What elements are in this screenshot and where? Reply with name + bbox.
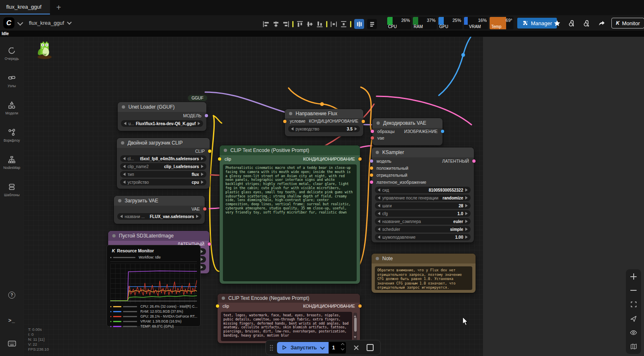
prev-arrow-icon[interactable] (378, 212, 380, 215)
new-tab-button[interactable]: + (54, 2, 64, 12)
star-icon[interactable] (554, 20, 561, 27)
collapse-dot[interactable] (376, 257, 379, 260)
pan-mode-button[interactable] (630, 315, 637, 322)
widget-type[interactable]: типflux (120, 171, 206, 178)
stretch-horizontal-icon[interactable] (330, 21, 337, 28)
output-port-vae[interactable] (203, 207, 206, 211)
drag-handle[interactable] (270, 344, 273, 351)
input-port-clip[interactable] (218, 157, 221, 161)
widget-vae-name[interactable]: названи ...FLUX_vae.safetensors (117, 213, 201, 220)
collapse-dot[interactable] (376, 151, 379, 154)
node-negative-prompt[interactable]: CLIP Text Encode (Negative Prompt) clipК… (218, 294, 360, 343)
chevron-down-icon[interactable] (320, 345, 324, 349)
widget-denoise[interactable]: шумоподавление1.00 (375, 234, 471, 240)
sidebar-item-nodesmap[interactable]: NodesMap (0, 149, 24, 176)
next-arrow-icon[interactable] (201, 180, 204, 184)
minimap-button[interactable] (630, 343, 637, 350)
align-right-icon[interactable] (282, 21, 289, 28)
widget-clip-name1[interactable]: cl...t5xxl_fp8_e4m3fn.safetensors (120, 155, 206, 162)
widget-clip-name2[interactable]: clip_name2clip_l.safetensors (120, 163, 206, 170)
scroll-up-icon[interactable] (354, 314, 356, 317)
vacuum-plus-icon[interactable] (583, 20, 590, 27)
widget-seed[interactable]: сид810059300552322 (375, 187, 471, 193)
terminal-button[interactable] (0, 316, 24, 324)
prev-arrow-icon[interactable] (378, 204, 380, 207)
prev-arrow-icon[interactable] (123, 165, 125, 168)
align-left-icon[interactable] (263, 21, 270, 28)
scrollbar-thumb[interactable] (354, 318, 357, 332)
widget-unet-name[interactable]: u... Flux\flux1-krea-dev-Q6_K.gguf (121, 120, 203, 127)
shortcuts-button[interactable] (0, 340, 24, 347)
next-arrow-icon[interactable] (201, 165, 204, 168)
collapse-dot[interactable] (112, 234, 116, 237)
prev-arrow-icon[interactable] (123, 180, 125, 184)
run-button[interactable]: Запустить (277, 342, 329, 354)
align-center-vertical-icon[interactable] (272, 21, 279, 28)
node-note[interactable]: Note Обратите внимание, что у Flux dev н… (372, 254, 476, 293)
input-port-model[interactable] (370, 159, 373, 163)
fit-view-button[interactable] (630, 301, 637, 308)
next-arrow-icon[interactable] (198, 122, 200, 125)
next-arrow-icon[interactable] (465, 188, 468, 192)
output-port-model[interactable] (205, 114, 208, 117)
prev-arrow-icon[interactable] (378, 188, 380, 192)
input-port-clip[interactable] (216, 304, 219, 308)
output-port-latent[interactable] (208, 242, 211, 246)
zoom-out-button[interactable] (630, 290, 637, 291)
comfyui-logo[interactable]: C (3, 17, 14, 28)
gpu-usage-badge[interactable]: GPU 25% (438, 17, 462, 29)
prev-arrow-icon[interactable] (378, 235, 380, 239)
toggle-visibility-button[interactable] (630, 330, 637, 335)
input-port-conditioning[interactable] (283, 120, 286, 123)
output-port-clip[interactable] (208, 150, 211, 153)
output-port-conditioning[interactable] (358, 304, 362, 308)
node-dual-clip-loader[interactable]: Двойной загрузчик CLIP CLIP cl...t5xxl_f… (117, 138, 210, 189)
prev-arrow-icon[interactable] (123, 173, 125, 176)
tab-flux-krea-gguf[interactable]: flux_krea_gguf (0, 0, 50, 14)
distribute-vertical-button-active[interactable] (354, 19, 364, 29)
prev-arrow-icon[interactable] (378, 220, 380, 223)
sidebar-item-models[interactable]: Модели (0, 95, 24, 122)
input-port-samples[interactable] (371, 130, 374, 133)
node-ksampler[interactable]: KSampler модельЛАТЕНТНЫЙ положительный о… (372, 147, 474, 242)
output-port-conditioning[interactable] (358, 157, 362, 161)
align-center-horizontal-icon[interactable] (306, 21, 313, 28)
collapse-dot[interactable] (222, 297, 225, 300)
sidebar-item-nodes[interactable]: Узлы (0, 67, 24, 95)
collapse-dot[interactable] (376, 121, 380, 125)
next-arrow-icon[interactable] (465, 204, 468, 207)
node-positive-prompt[interactable]: CLIP Text Encode (Positive Prompt) clipК… (220, 145, 360, 284)
sidebar-item-queue[interactable]: Очередь (0, 40, 24, 67)
widget-steps[interactable]: шаги28 (375, 202, 471, 209)
prev-arrow-icon[interactable] (124, 122, 126, 125)
next-arrow-icon[interactable] (201, 258, 203, 261)
prev-arrow-icon[interactable] (120, 215, 123, 218)
prev-arrow-icon[interactable] (378, 228, 380, 231)
stop-button[interactable] (367, 344, 374, 351)
next-arrow-icon[interactable] (201, 173, 204, 176)
align-bottom-icon[interactable] (316, 21, 323, 28)
note-textarea[interactable]: Обратите внимание, что у Flux dev нет от… (375, 266, 472, 290)
collapse-dot[interactable] (121, 141, 124, 145)
node-vae-loader[interactable]: Загрузить VAE VAE названи ...FLUX_vae.sa… (114, 196, 205, 224)
next-arrow-icon[interactable] (201, 250, 203, 253)
widget-cfg[interactable]: cfg1.0 (375, 210, 471, 217)
next-arrow-icon[interactable] (355, 127, 357, 131)
sidebar-item-templates[interactable]: Шаблоны (0, 176, 24, 204)
next-arrow-icon[interactable] (201, 266, 203, 269)
collapse-dot[interactable] (224, 149, 227, 152)
output-port-conditioning[interactable] (362, 120, 365, 123)
share-icon[interactable] (598, 20, 605, 27)
widget-control-after-generate[interactable]: управление после генерацииrandomize (375, 195, 471, 201)
widget-guidance[interactable]: руководство3.5 (288, 126, 360, 132)
prompt-textarea[interactable]: text, logos, watermark, face, head, eyes… (221, 312, 352, 341)
node-flux-guidance[interactable]: Направление Flux условиеКОНДИЦИОНИРОВАНИ… (285, 109, 363, 136)
distribute-horizontal-button[interactable] (367, 19, 377, 29)
manager-button[interactable]: Manager (517, 18, 557, 28)
help-button[interactable] (0, 292, 24, 299)
clear-queue-button[interactable] (353, 344, 360, 351)
ram-usage-badge[interactable]: RAM 37% (413, 17, 437, 29)
stretch-vertical-icon[interactable] (340, 21, 347, 28)
prev-arrow-icon[interactable] (378, 196, 380, 199)
cpu-usage-badge[interactable]: CPU 26% (387, 17, 411, 29)
